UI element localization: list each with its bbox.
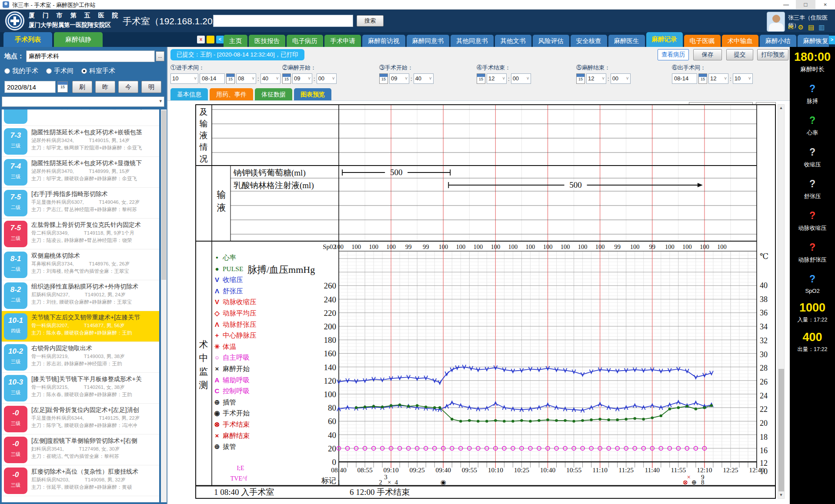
user-avatar[interactable] — [767, 12, 785, 32]
surgery-list-item[interactable]: 7-5二级[右手]手拇指多指畸形切除术手足显微外科病房6307, T149046… — [2, 188, 159, 219]
subtab-图表预览[interactable]: 图表预览 — [294, 88, 331, 100]
nav-tab-麻醉前访视[interactable]: 麻醉前访视 — [362, 35, 405, 47]
surgery-list-item[interactable]: 7-4三级隐匿性阴茎延长术+包皮环切术+显微镜下泌尿外科病房3470, T148… — [2, 157, 159, 188]
date-input[interactable] — [4, 81, 56, 93]
calendar-icon[interactable]: 15 — [698, 73, 707, 84]
gear-icon[interactable]: ⚙ — [798, 23, 804, 31]
nav-tab-主页[interactable]: 主页 — [224, 35, 247, 47]
surgery-list-item[interactable]: 10-3三级[膝关节镜]关节镜下半月板修整成形术+关骨一科病房3215, T14… — [2, 373, 159, 404]
radio-我的手术[interactable]: 我的手术 — [4, 67, 38, 75]
sidebar-tab-surgery-list[interactable]: 手术列表 — [3, 32, 52, 47]
nav-tab-术中输血[interactable]: 术中输血 — [722, 35, 758, 47]
date-quick-buttons: 刷昨今明 — [72, 81, 161, 93]
minute-select[interactable]: 40 — [414, 73, 434, 84]
nav-tab-麻醉医生[interactable]: 麻醉医生 — [608, 35, 645, 47]
surgery-patient-info: 妇科病房3541, T127498, 女, 30岁 — [31, 445, 159, 453]
save-button[interactable]: 保存 — [693, 49, 722, 60]
nav-tab-其他同意书[interactable]: 其他同意书 — [451, 35, 494, 47]
hour-select[interactable]: 09 — [292, 73, 312, 84]
surgery-list-item[interactable]: -0三级[左足]趾骨骨折复位内固定术+[左足]清创手足显微外科病房6344, T… — [2, 404, 159, 434]
radio-科室手术[interactable]: 科室手术 — [81, 67, 115, 75]
subtab-基本信息[interactable]: 基本信息 — [170, 88, 208, 100]
svg-text:180: 180 — [324, 335, 337, 345]
chart-icon[interactable]: ▥ — [818, 23, 825, 31]
nav-tab-麻醉记录[interactable]: 麻醉记录 — [646, 32, 683, 47]
time-group-label: ⑤麻醉结束： — [576, 63, 631, 73]
minimize-button[interactable]: — — [776, 0, 796, 10]
maximize-button[interactable]: □ — [796, 0, 815, 10]
yellow-flag-icon[interactable] — [207, 36, 214, 43]
date-button-刷[interactable]: 刷 — [72, 81, 92, 93]
surgery-list-item[interactable]: -0三级肛瘘切除术+高位（复杂性）肛瘘挂线术肛肠科病房N203, T149098… — [2, 465, 159, 496]
nav-tabs: 主页医技报告电子病历手术申请麻醉前访视麻醉同意书其他同意书其他文书风险评估安全核… — [224, 32, 829, 47]
date-button-昨[interactable]: 昨 — [95, 81, 115, 93]
hour-select[interactable]: 12 — [586, 73, 606, 84]
surgery-anesthesia-info: 主刀：陈学飞, 腰硬联合麻醉+静脉麻醉：冯冲冲 — [31, 422, 159, 429]
surgery-list-item[interactable]: 三级泌尿外科病房3409, 何士皓, T149000, 男, 12岁主刀：邬宇龙… — [2, 109, 159, 126]
hour-select[interactable]: 08 — [236, 73, 256, 84]
submit-button[interactable]: 提交 — [726, 49, 753, 60]
search-input[interactable] — [213, 15, 353, 27]
calendar-icon[interactable]: 15 — [282, 73, 291, 84]
scroll-left-icon[interactable]: < — [216, 36, 224, 43]
minute-select[interactable]: 00 — [317, 73, 337, 84]
calendar-icon[interactable]: 15 — [226, 73, 235, 84]
mail-icon[interactable]: ✉ — [788, 23, 794, 31]
location-more-button[interactable]: ... — [156, 51, 164, 61]
surgery-list-item[interactable]: 8-1二级双侧扁桃体切除术耳鼻喉科病房3734, T148976, 女, 26岁… — [2, 249, 159, 280]
coins-icon[interactable]: ▤ — [808, 23, 814, 31]
list-scrollbar[interactable] — [161, 109, 167, 502]
minute-select[interactable]: 40 — [261, 73, 281, 84]
minute-select[interactable]: 10 — [733, 73, 753, 84]
surgery-list-item[interactable]: -0三级[左侧]腹腔镜下单侧输卵管切除术+[右侧妇科病房3541, T12749… — [2, 434, 159, 465]
search-button[interactable]: 搜索 — [357, 15, 384, 27]
calendar-icon[interactable]: 15 — [379, 73, 388, 84]
view-record-button[interactable]: 查看病历 — [658, 49, 689, 60]
subtab-用药、事件[interactable]: 用药、事件 — [210, 88, 253, 100]
hour-select[interactable]: 12 — [708, 73, 728, 84]
location-input[interactable] — [26, 50, 155, 62]
subtab-体征数据[interactable]: 体征数据 — [255, 88, 292, 100]
surgery-list-item[interactable]: 7-3三级隐匿性阴茎延长术+包皮环切术+嵌顿包茎泌尿外科病房3424, T149… — [2, 126, 159, 157]
scroll-right-icon[interactable]: > — [829, 36, 835, 44]
nav-tab-电子病历[interactable]: 电子病历 — [287, 35, 323, 47]
nav-tab-麻醉小结[interactable]: 麻醉小结 — [760, 35, 796, 47]
date-button-明[interactable]: 明 — [141, 81, 161, 93]
filter-dropdown[interactable] — [2, 96, 164, 107]
nav-tab-电子医嘱[interactable]: 电子医嘱 — [684, 35, 721, 47]
chart-scrollbar[interactable]: ▲▼ — [778, 104, 785, 499]
surgery-list-item[interactable]: 7-5三级左肱骨髁上骨折切开复位克氏针内固定术骨二科病房3349, T14911… — [2, 219, 159, 249]
surgery-list-item[interactable]: 10-2三级右锁骨内固定物取出术骨一科病房3219, T149003, 男, 3… — [2, 342, 159, 373]
print-preview-button[interactable]: 打印预览 — [757, 49, 788, 60]
radio-手术间[interactable]: 手术间 — [46, 67, 73, 75]
svg-text:12:40: 12:40 — [749, 466, 765, 474]
nav-tab-风险评估[interactable]: 风险评估 — [533, 35, 569, 47]
close-button[interactable]: × — [815, 0, 835, 10]
window-titlebar: 张三丰 - 手术室 - 麻醉医护工作站 — □ × — [0, 0, 835, 10]
time-date-input[interactable]: 08-14 — [672, 73, 697, 84]
surgery-list-item[interactable]: 8-2二级组织选择性直肠粘膜环切术+外痔切除术肛肠科病房N237, T14901… — [2, 280, 159, 311]
surgery-list-item[interactable]: 10-1四级关节镜下左后交叉韧带重建术+[左膝关节骨一科病房3207, T145… — [2, 311, 159, 342]
nav-tab-医技报告[interactable]: 医技报告 — [249, 35, 285, 47]
calendar-icon[interactable]: 15 — [477, 73, 485, 84]
nav-tab-手术申请[interactable]: 手术申请 — [324, 35, 361, 47]
date-button-今[interactable]: 今 — [118, 81, 138, 93]
time-group-label: ④手术结束： — [477, 63, 531, 73]
nav-tab-麻醉恢复[interactable]: 麻醉恢复 — [798, 35, 829, 47]
time-date-input[interactable]: 08-14 — [200, 73, 225, 84]
calendar-icon[interactable]: 15 — [576, 73, 585, 84]
nav-tab-麻醉同意书[interactable]: 麻醉同意书 — [407, 35, 450, 47]
sidebar-tab-sedation[interactable]: 麻醉镇静 — [54, 32, 103, 47]
hour-select[interactable]: 12 — [487, 73, 507, 84]
minute-select[interactable]: 00 — [511, 73, 531, 84]
room-select[interactable]: 10 — [170, 73, 198, 84]
nav-tab-安全核查[interactable]: 安全核查 — [571, 35, 607, 47]
svg-text:09:55: 09:55 — [462, 466, 478, 474]
calendar-icon[interactable]: 15 — [57, 81, 68, 93]
close-tab-icon[interactable]: x — [197, 36, 205, 43]
nav-tab-其他文书[interactable]: 其他文书 — [495, 35, 531, 47]
hour-select[interactable]: 09 — [389, 73, 409, 84]
minute-select[interactable]: 00 — [611, 73, 631, 84]
surgery-patient-info: 骨一科病房3207, T145877, 男, 56岁 — [31, 322, 159, 329]
svg-text:V: V — [215, 276, 219, 283]
